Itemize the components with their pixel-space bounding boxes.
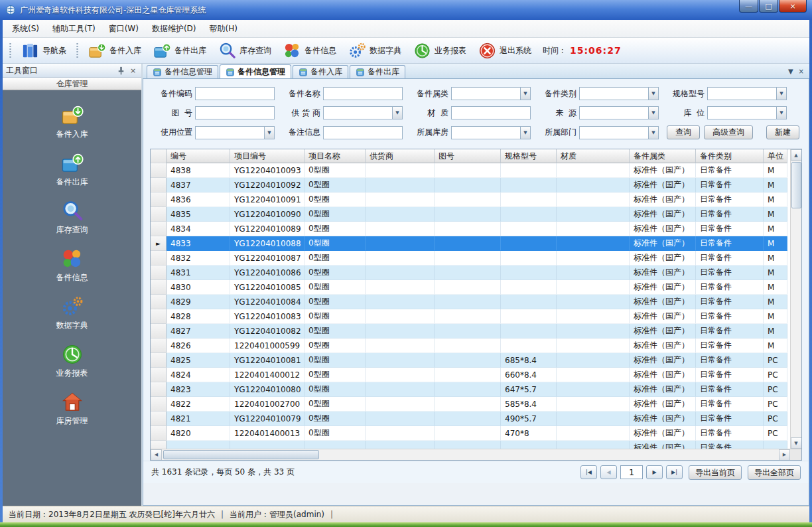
remark-input[interactable]	[323, 126, 403, 139]
prev-page-button[interactable]: ◀	[600, 465, 617, 479]
column-header[interactable]: 项目编号	[230, 149, 304, 163]
toolbar-business-report-button[interactable]: 业务报表	[407, 39, 472, 62]
table-row[interactable]: 482212204010027000型圈585*8.4标准件（国产）日常备件PC	[151, 397, 790, 412]
table-row[interactable]: 4831YG122040100860型圈标准件（国产）日常备件M	[151, 265, 790, 280]
table-row[interactable]: 4821YG122040100790型圈490*5.7标准件（国产）日常备件PC	[151, 412, 790, 426]
source-select[interactable]: ▼	[579, 106, 659, 119]
horizontal-scroll-thumb[interactable]	[163, 450, 319, 459]
sidebar-item-business-report[interactable]: 业务报表	[3, 337, 141, 385]
table-row[interactable]: 482612204010005990型圈标准件（国产）日常备件M	[151, 339, 790, 353]
table-row[interactable]: ►4833YG122040100880型圈标准件（国产）日常备件M	[151, 236, 790, 251]
toolbar-data-dictionary-button[interactable]: 数据字典	[342, 39, 407, 62]
column-header[interactable]: 单位	[764, 149, 787, 163]
column-header[interactable]: 备件类别	[696, 149, 764, 163]
maximize-button[interactable]: □	[759, 0, 778, 13]
storage-location-select[interactable]: ▼	[707, 106, 787, 119]
vertical-scrollbar[interactable]: ▲ ▼	[790, 149, 801, 449]
table-row[interactable]: 4835YG122040100900型圈标准件（国产）日常备件M	[151, 207, 790, 222]
sidebar-item-inventory-query[interactable]: 库存查询	[3, 194, 141, 242]
table-row[interactable]: 4830YG122040100850型圈标准件（国产）日常备件M	[151, 280, 790, 295]
table-cell: 1220401400012	[230, 368, 304, 382]
tab-close-icon[interactable]: ×	[799, 68, 804, 75]
menu-item-system[interactable]: 系统(S)	[5, 20, 46, 38]
sidebar-item-parts-outbound[interactable]: 备件出库	[3, 146, 141, 194]
table-row[interactable]: 标准件（国产）日常备件	[151, 441, 790, 449]
table-cell: M	[764, 295, 787, 309]
tab-parts-inbound[interactable]: 备件入库	[293, 65, 348, 78]
tab-parts-info-manage-1[interactable]: 备件信息管理	[147, 65, 218, 78]
query-button[interactable]: 查询	[667, 125, 700, 139]
table-cell	[435, 192, 501, 207]
sidebar-item-warehouse-management[interactable]: 库房管理	[3, 385, 141, 433]
toolbar-exit-system-button[interactable]: 退出系统	[472, 39, 537, 62]
table-row[interactable]: 4837YG122040100920型圈标准件（国产）日常备件M	[151, 178, 790, 192]
tab-dropdown-icon[interactable]: ▼	[788, 68, 793, 75]
part-name-input[interactable]	[323, 87, 403, 100]
column-header[interactable]: 备件属类	[630, 149, 696, 163]
usage-position-select[interactable]: ▼	[195, 126, 275, 139]
spec-model-select[interactable]: ▼	[707, 87, 787, 100]
horizontal-scrollbar[interactable]: ◀ ▶	[151, 449, 801, 460]
toolbar-parts-inbound-button[interactable]: 备件入库	[82, 39, 147, 62]
horizontal-scroll-track[interactable]	[162, 449, 779, 461]
table-row[interactable]: 4828YG122040100830型圈标准件（国产）日常备件M	[151, 309, 790, 324]
table-row[interactable]: 482012204014000130型圈470*8标准件（国产）日常备件PC	[151, 426, 790, 441]
page-number-input[interactable]	[620, 465, 643, 479]
department-select[interactable]: ▼	[579, 126, 659, 139]
column-header[interactable]: 规格型号	[501, 149, 557, 163]
pin-icon[interactable]	[116, 66, 126, 76]
table-row[interactable]: 4836YG122040100910型圈标准件（国产）日常备件M	[151, 192, 790, 207]
table-row[interactable]: 4823YG122040100800型圈647*5.7标准件（国产）日常备件PC	[151, 382, 790, 397]
warehouse-select[interactable]: ▼	[451, 126, 531, 139]
column-header[interactable]: 项目名称	[304, 149, 366, 163]
table-cell	[366, 382, 435, 397]
vertical-scroll-thumb[interactable]	[791, 162, 801, 208]
table-row[interactable]: 4838YG122040100930型圈标准件（国产）日常备件M	[151, 163, 790, 178]
scroll-right-icon[interactable]: ▶	[779, 449, 790, 461]
table-row[interactable]: 4832YG122040100870型圈标准件（国产）日常备件M	[151, 251, 790, 265]
panel-close-icon[interactable]: ×	[128, 66, 138, 76]
export-all-pages-button[interactable]: 导出全部页	[748, 465, 801, 480]
column-header[interactable]: 编号	[167, 149, 230, 163]
table-cell: 标准件（国产）	[630, 426, 696, 441]
material-input[interactable]	[451, 106, 531, 119]
first-page-button[interactable]: |◀	[580, 465, 597, 479]
column-header[interactable]: 图号	[435, 149, 501, 163]
new-button[interactable]: 新建	[766, 125, 799, 139]
close-button[interactable]: ×	[779, 0, 807, 13]
next-page-button[interactable]: ▶	[646, 465, 663, 479]
sidebar-item-data-dictionary[interactable]: 数据字典	[3, 289, 141, 337]
export-current-page-button[interactable]: 导出当前页	[689, 465, 742, 480]
last-page-button[interactable]: ▶|	[666, 465, 683, 479]
table-row[interactable]: 482412204014000120型圈660*8.4标准件（国产）日常备件PC	[151, 368, 790, 382]
part-code-input[interactable]	[195, 87, 275, 100]
table-row[interactable]: 4827YG122040100820型圈标准件（国产）日常备件M	[151, 324, 790, 339]
menu-item-data-maintenance[interactable]: 数据维护(D)	[145, 20, 203, 38]
menu-item-help[interactable]: 帮助(H)	[203, 20, 244, 38]
part-category-select[interactable]: ▼	[451, 87, 531, 100]
tab-parts-outbound[interactable]: 备件出库	[350, 65, 405, 78]
advanced-query-button[interactable]: 高级查询	[704, 125, 753, 139]
scroll-up-icon[interactable]: ▲	[791, 149, 802, 161]
drawing-no-input[interactable]	[195, 106, 275, 119]
menu-item-aux-tools[interactable]: 辅助工具(T)	[46, 20, 102, 38]
menu-item-window[interactable]: 窗口(W)	[102, 20, 145, 38]
minimize-button[interactable]: —	[739, 0, 758, 13]
supplier-select[interactable]: ▼	[323, 106, 403, 119]
column-header[interactable]: 材质	[557, 149, 630, 163]
table-row[interactable]: 4834YG122040100890型圈标准件（国产）日常备件M	[151, 222, 790, 236]
sidebar-item-parts-info[interactable]: 备件信息	[3, 242, 141, 289]
scroll-down-icon[interactable]: ▼	[791, 437, 802, 449]
part-type-select[interactable]: ▼	[579, 87, 659, 100]
toolbar-navbar-button[interactable]: 导航条	[15, 39, 72, 62]
table-cell	[501, 192, 557, 207]
column-header[interactable]: 供货商	[366, 149, 435, 163]
toolbar-parts-info-button[interactable]: 备件信息	[277, 39, 342, 62]
table-row[interactable]: 4829YG122040100840型圈标准件（国产）日常备件M	[151, 295, 790, 309]
scroll-left-icon[interactable]: ◀	[151, 449, 162, 461]
toolbar-parts-outbound-button[interactable]: 备件出库	[147, 39, 212, 62]
toolbar-inventory-query-button[interactable]: 库存查询	[212, 39, 277, 62]
sidebar-item-parts-inbound[interactable]: 备件入库	[3, 98, 141, 146]
tab-parts-info-manage-2[interactable]: 备件信息管理	[220, 64, 291, 78]
table-row[interactable]: 4825YG122040100810型圈685*8.4标准件（国产）日常备件PC	[151, 353, 790, 368]
